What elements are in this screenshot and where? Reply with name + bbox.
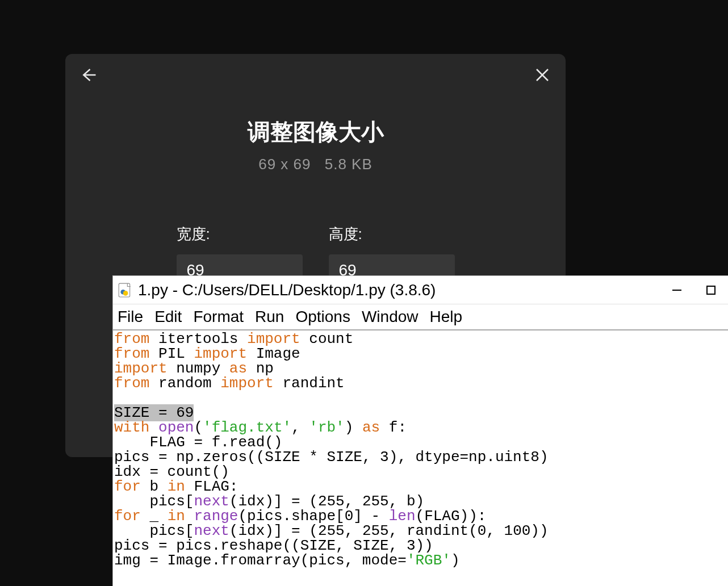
back-button[interactable] xyxy=(80,66,97,86)
menu-options[interactable]: Options xyxy=(293,308,353,326)
height-label: 高度: xyxy=(329,224,455,244)
menu-window[interactable]: Window xyxy=(359,308,421,326)
code-token: img = Image.fromarray(pics, mode= xyxy=(114,552,407,569)
dialog-subtitle: 69 x 69 5.8 KB xyxy=(65,156,566,173)
minimize-icon xyxy=(671,284,683,296)
menu-help[interactable]: Help xyxy=(428,308,465,326)
minimize-button[interactable] xyxy=(660,276,694,304)
menu-file[interactable]: File xyxy=(115,308,145,326)
dialog-title: 调整图像大小 xyxy=(65,116,566,148)
code-token: 'rb' xyxy=(309,419,344,436)
code-token: random xyxy=(149,375,220,392)
close-button[interactable] xyxy=(534,66,551,86)
code-token: from xyxy=(114,375,149,392)
image-filesize: 5.8 KB xyxy=(325,156,373,173)
svg-point-2 xyxy=(123,291,128,296)
code-token: count xyxy=(300,330,354,348)
editor-window: 1.py - C:/Users/DELL/Desktop/1.py (3.8.6… xyxy=(113,276,728,586)
maximize-button[interactable] xyxy=(694,276,728,304)
window-buttons xyxy=(660,276,728,304)
menu-format[interactable]: Format xyxy=(191,308,246,326)
code-token: f: xyxy=(380,419,407,436)
code-token: ) xyxy=(451,552,460,569)
dialog-header xyxy=(65,54,566,97)
code-token: randint xyxy=(274,375,345,392)
editor-menubar: File Edit Format Run Options Window Help xyxy=(113,304,728,330)
code-token: 'RGB' xyxy=(407,552,451,569)
code-token: , xyxy=(291,419,309,436)
editor-title: 1.py - C:/Users/DELL/Desktop/1.py (3.8.6… xyxy=(138,281,660,299)
code-token: import xyxy=(220,375,274,392)
image-dimensions: 69 x 69 xyxy=(258,156,311,173)
width-label: 宽度: xyxy=(177,224,303,244)
arrow-left-icon xyxy=(80,66,97,83)
code-token: ) xyxy=(345,419,362,436)
menu-run[interactable]: Run xyxy=(253,308,286,326)
editor-titlebar[interactable]: 1.py - C:/Users/DELL/Desktop/1.py (3.8.6… xyxy=(113,276,728,304)
svg-rect-4 xyxy=(707,286,715,294)
close-icon xyxy=(534,66,551,83)
python-file-icon xyxy=(118,283,132,298)
menu-edit[interactable]: Edit xyxy=(152,308,184,326)
code-editor[interactable]: from itertools import count from PIL imp… xyxy=(113,330,728,569)
maximize-icon xyxy=(706,285,716,295)
code-token: as xyxy=(362,419,380,436)
